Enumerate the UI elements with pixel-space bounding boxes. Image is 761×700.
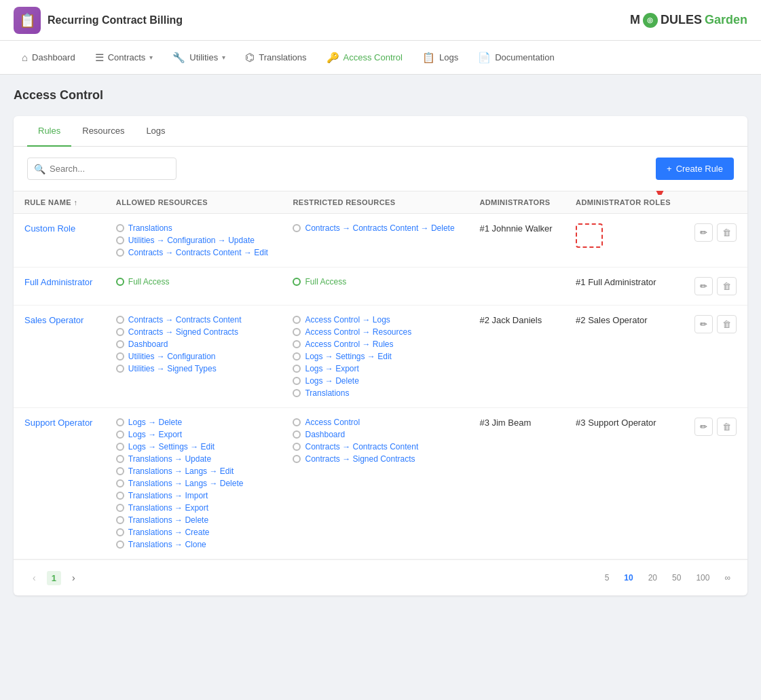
green-circle-icon	[116, 278, 124, 286]
create-rule-label: Create Rule	[676, 164, 723, 174]
list-item: Contracts → Signed Contracts	[293, 454, 458, 464]
page-size-options: 5 10 20 50 100 ∞	[601, 572, 734, 584]
allowed-resources-support: Logs → Delete Logs → Export Logs → Setti…	[116, 418, 272, 549]
page-size-50[interactable]: 50	[669, 572, 684, 584]
current-page-number: 1	[47, 571, 61, 585]
translations-icon: ⌬	[245, 51, 255, 64]
create-rule-button[interactable]: + Create Rule	[656, 158, 734, 180]
page-size-100[interactable]: 100	[692, 572, 713, 584]
list-item: Dashboard	[116, 339, 272, 349]
edit-button-full-admin[interactable]: ✏	[694, 277, 713, 295]
nav-item-documentation[interactable]: 📄 Documentation	[470, 46, 562, 69]
admin-full-admin	[468, 268, 565, 306]
circle-icon	[116, 455, 124, 463]
table-row: Custom Role Translations Utilities	[14, 214, 747, 268]
list-item: Translations	[293, 388, 458, 398]
list-item: Contracts → Contracts Content	[116, 315, 272, 325]
rule-name-support-operator[interactable]: Support Operator	[24, 418, 92, 428]
circle-icon	[293, 430, 301, 439]
tab-resources[interactable]: Resources	[71, 116, 135, 147]
admin-roles-full-admin: #1 Full Administrator	[565, 268, 684, 306]
circle-icon	[116, 248, 124, 257]
documentation-icon: 📄	[478, 52, 491, 64]
search-input[interactable]	[27, 158, 177, 180]
list-item: Contracts → Contracts Content → Delete	[293, 223, 458, 233]
list-item: Access Control → Logs	[293, 315, 458, 325]
col-rule-name: RULE NAME ↑	[14, 191, 105, 214]
nav-item-logs[interactable]: 📋 Logs	[414, 46, 466, 69]
col-admin-roles: ADMINISTRATOR ROLES	[565, 191, 684, 214]
nav-item-contracts[interactable]: ☰ Contracts ▾	[87, 46, 162, 69]
circle-icon	[293, 418, 301, 426]
edit-button-custom-role[interactable]: ✏	[694, 223, 713, 242]
delete-button-custom-role[interactable]: 🗑	[717, 223, 737, 242]
circle-icon	[116, 365, 124, 373]
edit-button-support[interactable]: ✏	[694, 418, 713, 436]
delete-button-full-admin[interactable]: 🗑	[717, 277, 737, 295]
list-item: Contracts → Signed Contracts	[116, 327, 272, 337]
nav-label-dashboard: Dashboard	[32, 52, 75, 62]
circle-icon	[116, 492, 124, 500]
page-size-10[interactable]: 10	[620, 572, 636, 584]
full-access-allowed: Full Access	[116, 277, 272, 287]
list-item: Logs → Export	[116, 430, 272, 439]
circle-icon	[293, 389, 301, 397]
edit-button-sales[interactable]: ✏	[694, 315, 713, 333]
delete-button-sales[interactable]: 🗑	[717, 315, 737, 333]
admin-roles-support: #3 Support Operator	[565, 408, 684, 559]
pagination-nav: ‹ 1 ›	[27, 570, 81, 586]
rule-name-full-admin[interactable]: Full Administrator	[24, 277, 92, 287]
page-size-infinite[interactable]: ∞	[721, 572, 734, 584]
admin-roles-sales: #2 Sales Operator	[565, 306, 684, 408]
circle-icon	[116, 224, 124, 232]
circle-icon	[116, 430, 124, 439]
page-size-20[interactable]: 20	[645, 572, 661, 584]
list-item: Logs → Settings → Edit	[293, 352, 458, 361]
delete-button-support[interactable]: 🗑	[717, 418, 737, 436]
restricted-resources-support: Access Control Dashboard Contracts → Con…	[293, 418, 458, 464]
next-page-button[interactable]: ›	[67, 570, 81, 586]
rule-name-custom-role[interactable]: Custom Role	[24, 223, 75, 234]
admin-custom-role: #1 Johnnie Walker	[468, 214, 565, 268]
action-cell-full-admin: ✏ 🗑	[694, 277, 737, 295]
admin-support: #3 Jim Beam	[468, 408, 565, 559]
list-item: Translations → Delete	[116, 515, 272, 525]
circle-icon	[293, 340, 301, 348]
home-icon: ⌂	[22, 52, 28, 63]
circle-icon	[116, 236, 124, 244]
circle-icon	[293, 224, 301, 232]
circle-icon	[293, 443, 301, 451]
page-size-5[interactable]: 5	[601, 572, 613, 584]
tab-logs[interactable]: Logs	[135, 116, 176, 147]
list-item: Access Control → Resources	[293, 327, 458, 337]
toolbar: 🔍 + Create Rule	[14, 147, 747, 191]
list-item: Translations → Langs → Delete	[116, 479, 272, 488]
main-card: Rules Resources Logs 🔍 + Create Rule RUL…	[14, 116, 747, 595]
table-row: Full Administrator Full Access Full A	[14, 268, 747, 306]
nav-item-utilities[interactable]: 🔧 Utilities ▾	[164, 46, 234, 69]
nav-item-access-control[interactable]: 🔑 Access Control	[318, 46, 411, 69]
table-container: RULE NAME ↑ ALLOWED RESOURCES RESTRICTED…	[14, 191, 747, 559]
green-circle-icon	[293, 278, 301, 286]
table-row: Sales Operator Contracts → Contracts Con…	[14, 306, 747, 408]
app-logo: 📋 Recurring Contract Billing	[14, 7, 183, 34]
app-header: 📋 Recurring Contract Billing M ◎ DULES G…	[0, 0, 761, 41]
action-cell-sales: ✏ 🗑	[694, 315, 737, 333]
prev-page-button[interactable]: ‹	[27, 570, 41, 586]
circle-icon	[293, 455, 301, 463]
rules-table: RULE NAME ↑ ALLOWED RESOURCES RESTRICTED…	[14, 191, 747, 559]
list-item: Translations → Langs → Edit	[116, 466, 272, 476]
tab-rules[interactable]: Rules	[27, 116, 71, 147]
list-item: Logs → Export	[293, 364, 458, 373]
app-logo-icon: 📋	[14, 7, 41, 34]
page-title: Access Control	[14, 88, 747, 103]
app-nav: ⌂ Dashboard ☰ Contracts ▾ 🔧 Utilities ▾ …	[0, 41, 761, 75]
circle-icon	[293, 377, 301, 385]
circle-icon	[116, 316, 124, 324]
nav-item-dashboard[interactable]: ⌂ Dashboard	[14, 46, 83, 69]
nav-item-translations[interactable]: ⌬ Translations	[237, 45, 314, 69]
rule-name-sales-operator[interactable]: Sales Operator	[24, 315, 83, 325]
list-item: Contracts → Contracts Content	[293, 442, 458, 452]
full-access-restricted: Full Access	[293, 277, 458, 287]
col-actions	[684, 191, 747, 214]
